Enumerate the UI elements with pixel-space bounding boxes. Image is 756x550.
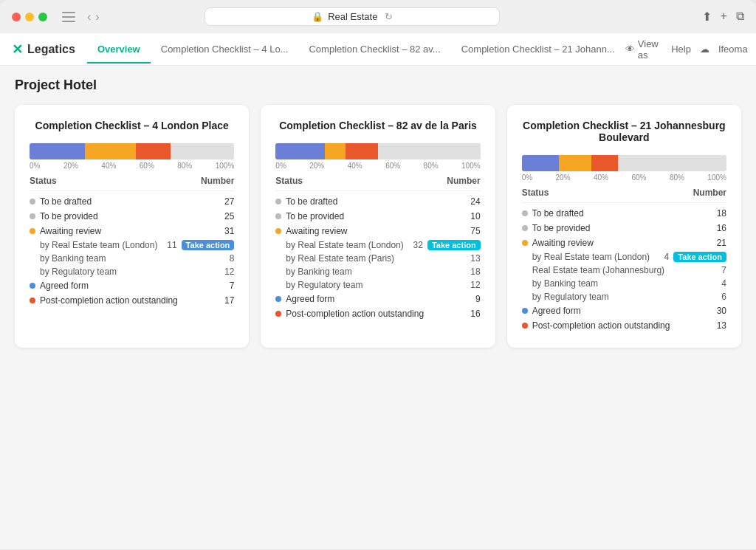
back-button[interactable]: ‹ <box>87 10 91 24</box>
browser-actions: ⬆ + ⧉ <box>702 10 744 24</box>
table-row-1-0: To be drafted24 <box>275 194 480 209</box>
nav-right: 👁 View as Help ☁ Ifeoma If <box>625 38 756 61</box>
tab-overview[interactable]: Overview <box>87 35 151 63</box>
browser-window: ‹ › 🔒 Real Estate ↻ ⬆ + ⧉ ✕ Legatics Ove… <box>0 0 756 549</box>
progress-segment-2-1 <box>559 155 591 171</box>
sub-value-2-3: 4 <box>651 252 669 262</box>
app-logo[interactable]: ✕ Legatics <box>12 41 75 58</box>
progress-bar-1 <box>275 143 480 159</box>
card-title-0: Completion Checklist – 4 London Place <box>30 120 234 131</box>
status-dot-0-1 <box>30 213 35 219</box>
maximize-button[interactable] <box>38 13 47 21</box>
status-dot-0-2 <box>30 228 35 234</box>
tab-overview-label: Overview <box>97 44 140 55</box>
take-action-badge-2-3[interactable]: Take action <box>673 252 726 262</box>
progress-container-0: 0%20%40%60%80%100% <box>30 143 234 170</box>
row-value-1-2: 75 <box>463 226 481 236</box>
table-row-0-2: Awaiting review31 <box>30 224 234 238</box>
sub-row-2-4: Real Estate team (Johannesburg)7 <box>522 264 726 277</box>
row-label-text-0-7: Post-completion action outstanding <box>40 295 178 306</box>
row-label-text-1-8: Post-completion action outstanding <box>286 309 424 319</box>
card-title-2: Completion Checklist – 21 Johannesburg B… <box>522 120 726 143</box>
row-label-text-0-2: Awaiting review <box>40 226 101 236</box>
status-dot-2-0 <box>522 210 528 216</box>
row-label-text-1-0: To be drafted <box>286 196 337 207</box>
cloud-icon[interactable]: ☁ <box>700 44 709 55</box>
sub-label-2-4: Real Estate team (Johannesburg) <box>532 265 709 275</box>
table-row-2-7: Agreed form30 <box>522 303 726 318</box>
progress-labels-1: 0%20%40%60%80%100% <box>275 162 480 170</box>
row-value-0-2: 31 <box>216 226 234 236</box>
table-row-0-1: To be provided25 <box>30 209 234 224</box>
status-dot-2-8 <box>522 323 528 329</box>
reload-icon[interactable]: ↻ <box>385 11 393 22</box>
row-label-text-2-8: Post-completion action outstanding <box>532 320 670 331</box>
table-header-1: StatusNumber <box>275 176 480 191</box>
help-button[interactable]: Help <box>671 44 691 55</box>
sub-label-2-5: by Banking team <box>532 278 709 289</box>
table-header-0: StatusNumber <box>30 176 234 191</box>
row-value-0-6: 7 <box>216 281 234 291</box>
row-value-1-1: 10 <box>463 211 481 221</box>
row-label-text-2-2: Awaiting review <box>532 238 594 248</box>
sub-label-0-3: by Real Estate team (London) <box>40 240 159 250</box>
sub-label-1-3: by Real Estate team (London) <box>286 240 405 250</box>
tab-checklist-2-label: Completion Checklist – 82 av... <box>309 44 440 55</box>
tab-checklist-3[interactable]: Completion Checklist – 21 Johann... <box>451 35 625 63</box>
table-row-0-6: Agreed form7 <box>30 278 234 293</box>
row-value-1-7: 9 <box>463 294 481 304</box>
row-label-text-2-0: To be drafted <box>532 208 584 219</box>
sub-value-0-3: 11 <box>159 240 177 250</box>
sub-label-0-4: by Banking team <box>40 253 216 264</box>
status-dot-1-8 <box>275 311 281 317</box>
view-as-button[interactable]: 👁 View as <box>625 38 662 61</box>
browser-titlebar: ‹ › 🔒 Real Estate ↻ ⬆ + ⧉ <box>0 0 756 33</box>
progress-bar-0 <box>30 143 234 159</box>
sub-row-0-3: by Real Estate team (London)11Take actio… <box>30 238 234 252</box>
progress-segment-2-3 <box>618 155 726 171</box>
take-action-badge-1-3[interactable]: Take action <box>427 240 481 250</box>
progress-segment-1-1 <box>325 143 346 159</box>
row-value-2-0: 18 <box>709 208 726 219</box>
tabs-icon[interactable]: ⧉ <box>736 10 744 24</box>
row-value-1-0: 24 <box>463 196 481 207</box>
progress-labels-0: 0%20%40%60%80%100% <box>30 162 234 170</box>
take-action-badge-0-3[interactable]: Take action <box>182 240 235 250</box>
nav-arrows: ‹ › <box>87 10 100 24</box>
cards-grid: Completion Checklist – 4 London Place0%2… <box>15 105 741 348</box>
close-button[interactable] <box>12 13 21 21</box>
status-dot-0-0 <box>30 199 35 204</box>
url-bar[interactable]: 🔒 Real Estate ↻ <box>205 7 500 26</box>
sub-label-2-6: by Regulatory team <box>532 292 709 302</box>
sub-value-0-5: 12 <box>216 267 234 277</box>
tab-checklist-1[interactable]: Completion Checklist – 4 Lo... <box>151 35 299 63</box>
progress-bar-2 <box>522 155 726 171</box>
forward-button[interactable]: › <box>95 10 99 24</box>
table-header-2: StatusNumber <box>522 188 726 203</box>
status-dot-2-7 <box>522 308 528 314</box>
tab-checklist-3-label: Completion Checklist – 21 Johann... <box>461 44 615 55</box>
progress-segment-0-2 <box>136 143 171 159</box>
row-label-text-0-0: To be drafted <box>40 196 92 207</box>
app-nav: ✕ Legatics Overview Completion Checklist… <box>0 33 756 66</box>
minimize-button[interactable] <box>25 13 34 21</box>
row-value-1-8: 16 <box>463 309 481 319</box>
tab-checklist-2[interactable]: Completion Checklist – 82 av... <box>298 35 450 63</box>
card-title-1: Completion Checklist – 82 av de la Paris <box>275 120 480 131</box>
page-title: Project Hotel <box>15 78 741 93</box>
new-tab-icon[interactable]: + <box>721 10 727 24</box>
table-row-1-8: Post-completion action outstanding16 <box>275 306 480 321</box>
share-icon[interactable]: ⬆ <box>702 10 712 24</box>
sidebar-toggle-icon[interactable] <box>62 12 75 22</box>
progress-segment-0-0 <box>30 143 85 159</box>
row-label-text-2-1: To be provided <box>532 223 591 233</box>
sub-row-2-5: by Banking team4 <box>522 277 726 290</box>
url-text: Real Estate <box>328 11 377 22</box>
sub-row-2-3: by Real Estate team (London)4Take action <box>522 250 726 264</box>
page-content: Project Hotel Completion Checklist – 4 L… <box>0 66 756 549</box>
progress-segment-2-2 <box>591 155 618 171</box>
status-dot-1-2 <box>275 228 281 234</box>
tab-checklist-1-label: Completion Checklist – 4 Lo... <box>161 44 289 55</box>
sub-row-0-4: by Banking team8 <box>30 252 234 265</box>
status-dot-0-7 <box>30 298 35 303</box>
